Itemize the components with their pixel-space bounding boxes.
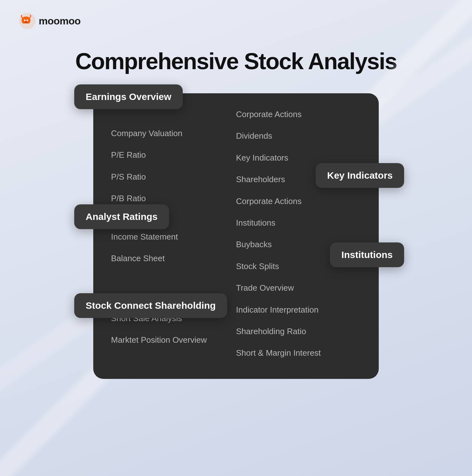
earnings-overview-card: Earnings Overview xyxy=(74,84,183,109)
header: moomoo xyxy=(0,0,472,42)
svg-point-3 xyxy=(24,21,28,23)
list-item: Short & Margin Interest xyxy=(236,347,361,359)
list-item: Key Indicators xyxy=(236,152,361,163)
list-item: Corporate Actions xyxy=(236,109,361,120)
stock-connect-label: Stock Connect Shareholding xyxy=(86,300,216,311)
institutions-card: Institutions xyxy=(330,242,404,267)
analyst-ratings-label: Analyst Ratings xyxy=(86,211,158,222)
list-item: P/B Ratio xyxy=(111,193,236,204)
list-item: P/E Ratio xyxy=(111,149,236,161)
list-item: Income Statement xyxy=(111,231,236,242)
main-card: Company Valuation P/E Ratio P/S Ratio P/… xyxy=(93,93,379,379)
left-column: Company Valuation P/E Ratio P/S Ratio P/… xyxy=(111,109,236,364)
page-title: Comprehensive Stock Analysis xyxy=(0,48,472,74)
key-indicators-card: Key Indicators xyxy=(316,163,404,188)
svg-point-2 xyxy=(27,20,28,21)
list-item: Balance Sheet xyxy=(111,253,236,264)
list-item: Company Valuation xyxy=(111,128,236,139)
list-item: Dividends xyxy=(236,130,361,142)
analyst-ratings-card: Analyst Ratings xyxy=(74,204,169,229)
stock-connect-card: Stock Connect Shareholding xyxy=(74,293,227,318)
institutions-label: Institutions xyxy=(341,249,393,260)
svg-point-4 xyxy=(25,22,26,23)
logo-text: moomoo xyxy=(39,15,81,27)
earnings-overview-label: Earnings Overview xyxy=(86,91,171,102)
list-item: Indicator Interpretation xyxy=(236,304,361,315)
list-item: Corporate Actions xyxy=(236,195,361,207)
main-content: Company Valuation P/E Ratio P/S Ratio P/… xyxy=(93,93,379,379)
list-item: Trade Overview xyxy=(236,282,361,294)
list-item: P/S Ratio xyxy=(111,171,236,182)
svg-point-1 xyxy=(24,20,26,21)
logo: moomoo xyxy=(19,13,81,29)
list-item-spacer xyxy=(111,274,236,281)
list-item: Institutions xyxy=(236,217,361,228)
list-item: Marktet Position Overview xyxy=(111,334,236,346)
right-column: Corporate Actions Dividends Key Indicato… xyxy=(236,109,361,364)
list-item: Shareholding Ratio xyxy=(236,326,361,337)
key-indicators-label: Key Indicators xyxy=(327,170,393,181)
svg-point-5 xyxy=(26,22,27,23)
moomoo-logo-icon xyxy=(19,13,36,29)
